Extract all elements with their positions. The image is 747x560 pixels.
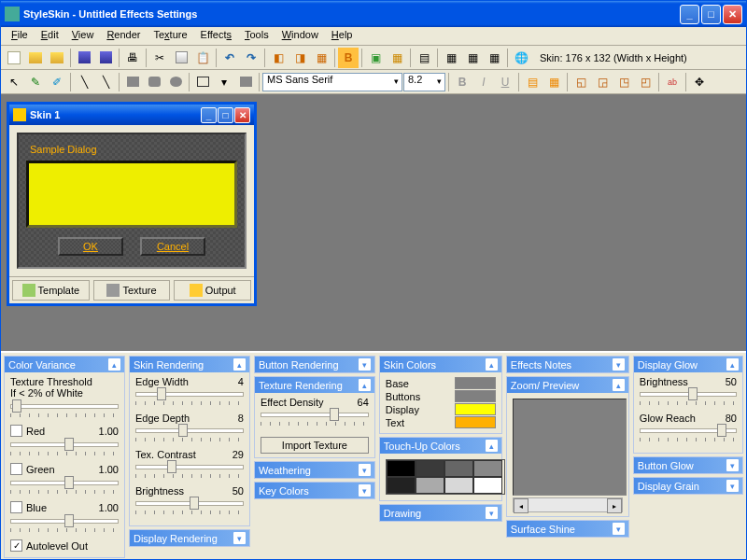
render-button3[interactable]: ▦: [311, 48, 331, 68]
glow-brightness-slider[interactable]: [640, 388, 737, 401]
render-button1[interactable]: ◧: [268, 48, 289, 68]
skin-maximize[interactable]: □: [218, 107, 233, 123]
red-slider[interactable]: [10, 439, 119, 452]
menu-effects[interactable]: Effects: [194, 27, 238, 45]
close-button[interactable]: ✕: [723, 5, 742, 24]
rrect-fill-tool[interactable]: [144, 72, 164, 92]
color-variance-header[interactable]: Color Variance▴: [5, 357, 124, 372]
buttons-color-swatch[interactable]: [455, 390, 496, 402]
threshold-slider[interactable]: [10, 400, 119, 413]
pen-tool[interactable]: ✎: [25, 72, 46, 92]
undo-button[interactable]: ↶: [219, 48, 240, 68]
display-rendering-header[interactable]: Display Rendering▾: [130, 530, 249, 546]
world-icon[interactable]: 🌐: [511, 48, 531, 68]
open-button[interactable]: [25, 48, 46, 68]
rect-fill-tool[interactable]: [122, 72, 143, 92]
skin-rendering-header[interactable]: Skin Rendering▴: [130, 357, 249, 372]
menu-texture[interactable]: Texture: [147, 27, 193, 45]
menu-tools[interactable]: Tools: [238, 27, 275, 45]
pointer-tool[interactable]: ↖: [4, 72, 24, 92]
expand-icon[interactable]: ▾: [486, 507, 498, 519]
effect-density-slider[interactable]: [261, 409, 369, 422]
drawing-header[interactable]: Drawing▾: [380, 505, 501, 521]
expand-icon[interactable]: ▾: [726, 480, 739, 492]
rect-outline-tool[interactable]: [192, 72, 213, 92]
touchup-colors-header[interactable]: Touch-Up Colors▴: [380, 438, 501, 454]
ab-icon[interactable]: ab: [662, 72, 683, 92]
open-skin-button[interactable]: [47, 48, 67, 68]
menu-help[interactable]: Help: [325, 27, 359, 45]
cut-button[interactable]: ✂: [149, 48, 170, 68]
menu-file[interactable]: File: [5, 27, 35, 45]
save-all-button[interactable]: [95, 48, 116, 68]
collapse-icon[interactable]: ▴: [108, 358, 120, 371]
redo-button[interactable]: ↷: [241, 48, 261, 68]
effects-notes-header[interactable]: Effects Notes▾: [507, 357, 628, 372]
rect-gray-tool[interactable]: [235, 72, 256, 92]
tab-output[interactable]: Output: [174, 280, 251, 301]
save-button[interactable]: [74, 48, 94, 68]
align2-icon[interactable]: ▦: [543, 72, 564, 92]
expand-icon[interactable]: ▾: [613, 523, 625, 535]
skin-minimize[interactable]: _: [201, 107, 217, 123]
display-glow-header[interactable]: Display Glow▴: [634, 357, 742, 372]
texture-rendering-header[interactable]: Texture Rendering▴: [255, 377, 374, 393]
tab-texture[interactable]: Texture: [93, 280, 171, 301]
green-checkbox[interactable]: [10, 463, 22, 475]
menu-edit[interactable]: Edit: [35, 27, 65, 45]
layer2-icon[interactable]: ◲: [592, 72, 613, 92]
blue-slider[interactable]: [10, 515, 119, 528]
collapse-icon[interactable]: ▴: [233, 358, 246, 371]
menu-window[interactable]: Window: [275, 27, 325, 45]
move-icon[interactable]: ✥: [689, 72, 710, 92]
touch-swatch[interactable]: [387, 477, 416, 494]
collapse-icon[interactable]: ▴: [486, 358, 498, 371]
maximize-button[interactable]: □: [701, 5, 721, 24]
skin-cancel-button[interactable]: Cancel: [140, 237, 205, 256]
paste-button[interactable]: 📋: [192, 48, 213, 68]
expand-icon[interactable]: ▾: [613, 358, 625, 371]
button-glow-header[interactable]: Button Glow▾: [634, 457, 742, 473]
display-grain-header[interactable]: Display Grain▾: [634, 478, 742, 494]
align1-icon[interactable]: ▤: [522, 72, 543, 92]
underline-button[interactable]: U: [495, 72, 515, 92]
weathering-header[interactable]: Weathering▾: [255, 462, 374, 478]
blue-checkbox[interactable]: [10, 501, 22, 513]
bold-button[interactable]: B: [452, 72, 472, 92]
key-colors-header[interactable]: Key Colors▾: [255, 483, 374, 498]
collapse-icon[interactable]: ▴: [359, 379, 371, 391]
copy-button[interactable]: [171, 48, 191, 68]
import-texture-button[interactable]: Import Texture: [261, 437, 369, 454]
glow-reach-slider[interactable]: [640, 425, 737, 438]
grid2-icon[interactable]: ▦: [462, 48, 483, 68]
button-rendering-header[interactable]: Button Rendering▾: [255, 357, 374, 372]
edge-depth-slider[interactable]: [135, 425, 244, 438]
red-checkbox[interactable]: [10, 425, 22, 437]
grid3-icon[interactable]: ▦: [484, 48, 504, 68]
print-button[interactable]: 🖶: [122, 48, 143, 68]
render-button2[interactable]: ◨: [289, 48, 310, 68]
brightness-slider[interactable]: [135, 497, 244, 511]
touch-swatch[interactable]: [416, 477, 444, 494]
collapse-icon[interactable]: ▴: [613, 379, 625, 391]
touch-swatch[interactable]: [387, 460, 416, 477]
expand-icon[interactable]: ▾: [359, 358, 371, 371]
touch-swatch[interactable]: [444, 460, 473, 477]
touch-swatch[interactable]: [473, 477, 502, 494]
minimize-button[interactable]: _: [680, 5, 699, 24]
touch-swatch[interactable]: [416, 460, 444, 477]
zoom-preview-header[interactable]: Zoom/ Preview▴: [507, 377, 628, 393]
layer1-icon[interactable]: ◱: [571, 72, 591, 92]
layout-icon[interactable]: ▤: [414, 48, 434, 68]
autolevel-checkbox[interactable]: ✓: [10, 539, 22, 552]
base-color-swatch[interactable]: [455, 377, 496, 389]
surface-shine-header[interactable]: Surface Shine▾: [507, 521, 628, 537]
font-name-combo[interactable]: MS Sans Serif: [262, 73, 402, 91]
menu-render[interactable]: Render: [100, 27, 147, 45]
expand-icon[interactable]: ▾: [359, 484, 371, 497]
layer4-icon[interactable]: ◰: [635, 72, 655, 92]
menu-view[interactable]: View: [65, 27, 101, 45]
grid1-icon[interactable]: ▦: [441, 48, 461, 68]
green-slider[interactable]: [10, 477, 119, 490]
text-color-swatch[interactable]: [455, 416, 496, 428]
